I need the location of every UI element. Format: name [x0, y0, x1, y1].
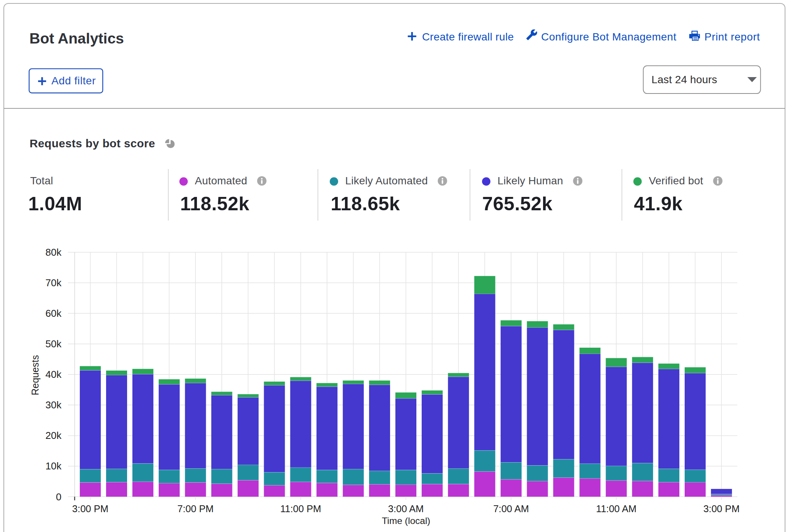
- svg-text:7:00 PM: 7:00 PM: [177, 503, 214, 514]
- svg-text:Bot Analytics: Bot Analytics: [29, 30, 124, 47]
- svg-text:40k: 40k: [45, 369, 62, 380]
- svg-text:Requests by bot score: Requests by bot score: [30, 137, 155, 150]
- svg-text:80k: 80k: [45, 247, 62, 258]
- svg-text:Configure Bot Management: Configure Bot Management: [541, 31, 676, 43]
- svg-text:7:00 AM: 7:00 AM: [493, 503, 529, 514]
- svg-text:Verified bot: Verified bot: [649, 175, 703, 187]
- svg-text:Automated: Automated: [195, 175, 247, 187]
- svg-text:Last 24 hours: Last 24 hours: [651, 74, 717, 85]
- svg-text:1.04M: 1.04M: [28, 193, 82, 214]
- svg-text:0: 0: [56, 491, 61, 503]
- svg-text:3:00 AM: 3:00 AM: [388, 503, 424, 514]
- svg-text:Add filter: Add filter: [52, 75, 96, 87]
- svg-text:10k: 10k: [45, 460, 62, 472]
- svg-text:Create firewall rule: Create firewall rule: [422, 31, 514, 43]
- svg-text:20k: 20k: [45, 430, 62, 441]
- svg-text:Total: Total: [30, 175, 53, 187]
- svg-text:Likely Automated: Likely Automated: [345, 175, 428, 187]
- svg-text:60k: 60k: [45, 308, 62, 319]
- svg-text:Print report: Print report: [705, 31, 760, 43]
- svg-text:11:00 PM: 11:00 PM: [280, 503, 321, 514]
- svg-text:11:00 AM: 11:00 AM: [596, 503, 637, 514]
- svg-text:50k: 50k: [45, 338, 62, 350]
- svg-text:Time (local): Time (local): [382, 516, 430, 526]
- svg-text:3:00 PM: 3:00 PM: [703, 503, 740, 514]
- svg-text:765.52k: 765.52k: [482, 193, 553, 214]
- svg-text:30k: 30k: [45, 399, 62, 411]
- svg-text:Requests: Requests: [30, 355, 40, 395]
- svg-text:118.52k: 118.52k: [180, 193, 249, 214]
- svg-text:118.65k: 118.65k: [331, 193, 400, 214]
- svg-text:3:00 PM: 3:00 PM: [72, 503, 108, 514]
- svg-text:70k: 70k: [45, 277, 62, 289]
- svg-text:Likely Human: Likely Human: [498, 175, 563, 187]
- svg-text:41.9k: 41.9k: [634, 193, 683, 214]
